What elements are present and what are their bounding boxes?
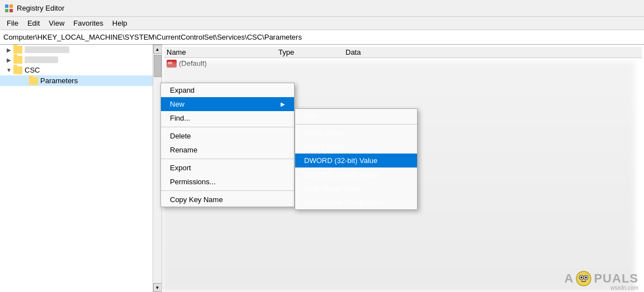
scroll-up[interactable]: ▲ xyxy=(153,45,162,54)
submenu-binary-value[interactable]: Binary Value xyxy=(295,140,417,154)
ctx-rename[interactable]: Rename xyxy=(161,143,294,157)
submenu-qword-value[interactable]: QWORD (64-bit) Value xyxy=(295,167,417,181)
ctx-delete[interactable]: Delete xyxy=(161,129,294,143)
blurred-label xyxy=(25,56,58,63)
column-header: Name Type Data xyxy=(164,47,642,58)
svg-point-7 xyxy=(580,276,583,279)
ctx-separator-1 xyxy=(161,127,294,127)
submenu-key[interactable]: Key xyxy=(295,109,417,123)
tree-item-blurred-2[interactable]: ▶ xyxy=(0,55,162,65)
tree-item-csc[interactable]: ▼ CSC xyxy=(0,65,162,75)
col-name-header: Name xyxy=(167,48,278,56)
tree-panel: ▶ ▶ ▼ CSC Parameters xyxy=(0,45,162,292)
title-bar: Registry Editor xyxy=(0,0,644,17)
tree-item-parameters[interactable]: Parameters xyxy=(0,75,162,86)
folder-icon xyxy=(13,66,22,74)
watermark: A PUALS xyxy=(565,271,638,286)
svg-rect-3 xyxy=(10,9,13,12)
col-type-header: Type xyxy=(278,48,345,56)
scroll-down[interactable]: ▼ xyxy=(153,283,162,292)
svg-rect-0 xyxy=(5,4,8,8)
menu-view[interactable]: View xyxy=(44,18,69,28)
watermark-owl-icon xyxy=(576,271,591,286)
menu-help[interactable]: Help xyxy=(108,18,132,28)
ctx-find[interactable]: Find... xyxy=(161,111,294,125)
svg-rect-2 xyxy=(5,9,8,12)
ctx-new[interactable]: New ▶ Key String Value Binary Value DWOR… xyxy=(161,97,294,111)
col-data-header: Data xyxy=(345,48,640,56)
app-icon xyxy=(4,4,13,13)
menu-file[interactable]: File xyxy=(2,18,23,28)
app-title: Registry Editor xyxy=(17,4,64,12)
svg-point-8 xyxy=(585,276,587,279)
submenu-separator xyxy=(295,124,417,125)
folder-icon xyxy=(13,46,22,54)
ctx-export[interactable]: Export xyxy=(161,161,294,175)
submenu-string-value[interactable]: String Value xyxy=(295,126,417,140)
address-bar: Computer\HKEY_LOCAL_MACHINE\SYSTEM\Curre… xyxy=(0,30,644,45)
ctx-expand[interactable]: Expand xyxy=(161,83,294,97)
ctx-permissions[interactable]: Permissions... xyxy=(161,175,294,189)
folder-icon xyxy=(29,77,38,85)
ctx-separator-2 xyxy=(161,159,294,159)
ctx-copy-key-name[interactable]: Copy Key Name xyxy=(161,193,294,207)
svg-rect-1 xyxy=(10,4,13,8)
ctx-separator-3 xyxy=(161,190,294,191)
submenu-expandable-string[interactable]: Expandable String Value xyxy=(295,195,417,209)
tree-label-parameters: Parameters xyxy=(40,76,78,85)
submenu-multi-string[interactable]: Multi-String Value xyxy=(295,181,417,195)
expand-arrow: ▼ xyxy=(4,67,13,73)
context-menu: Expand New ▶ Key String Value Binary Val… xyxy=(160,83,295,207)
scroll-thumb[interactable] xyxy=(154,55,162,77)
address-path: Computer\HKEY_LOCAL_MACHINE\SYSTEM\Curre… xyxy=(3,33,302,41)
submenu: Key String Value Binary Value DWORD (32-… xyxy=(295,108,418,210)
watermark-text-rest: PUALS xyxy=(594,271,638,286)
menu-favorites[interactable]: Favorites xyxy=(69,18,107,28)
blurred-label xyxy=(25,46,69,53)
expand-arrow: ▶ xyxy=(4,57,13,63)
tree-item-blurred-1[interactable]: ▶ xyxy=(0,45,162,55)
tree-label-csc: CSC xyxy=(25,66,40,74)
menu-edit[interactable]: Edit xyxy=(23,18,44,28)
watermark-text: A xyxy=(565,271,574,286)
menu-bar: File Edit View Favorites Help xyxy=(0,17,644,30)
expand-arrow: ▶ xyxy=(4,47,13,53)
submenu-arrow: ▶ xyxy=(281,101,285,107)
submenu-dword-value[interactable]: DWORD (32-bit) Value xyxy=(295,154,417,167)
folder-icon xyxy=(13,56,22,64)
wsxdn-label: wsxdn.com xyxy=(610,285,638,291)
